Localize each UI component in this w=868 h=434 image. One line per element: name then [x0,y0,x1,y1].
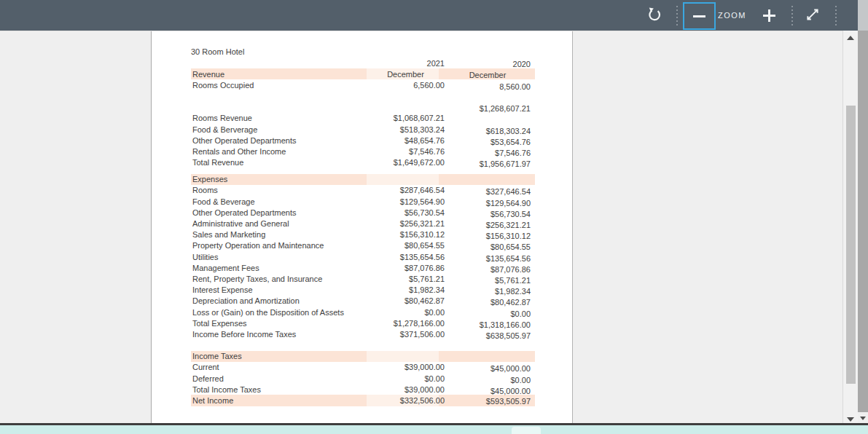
value-2020: $45,000.00 [445,364,535,373]
document-canvas: 30 Room Hotel 2021 2020 Revenue December… [0,31,842,425]
horizontal-scrollbar[interactable] [0,425,868,434]
value-2020: $618,303.24 [445,127,535,135]
vertical-scrollbar[interactable] [842,31,858,425]
row-label: Rooms [191,186,367,194]
row-label: Other Operated Departments [191,136,367,145]
minus-icon [693,15,705,17]
toolbar-separator [791,6,793,25]
value-2021: $39,000.00 [367,363,445,371]
year-2020-header: 2020 [445,60,535,68]
page-title: 30 Room Hotel [191,46,535,58]
table-row: Utilities$135,654.56$135,654.56 [191,251,535,262]
table-row: Total Revenue$1,649,672.00$1,956,671.97 [191,157,535,168]
value-2020: $0.00 [445,309,535,318]
spacer-row [191,90,535,101]
section-header-row: Income Taxes [191,351,535,362]
value-2021: $332,506.00 [367,396,445,405]
row-label: Depreciation and Amortization [191,296,367,305]
value-2021: $48,654.76 [367,136,445,145]
value-2021: $156,310.12 [367,230,445,239]
spacer-row [191,340,535,351]
table-row: Other Operated Departments$56,730.54$56,… [191,207,535,218]
row-label: Total Income Taxes [191,385,367,394]
refresh-button[interactable] [644,0,665,31]
table-row: Food & Beverage$129,564.90$129,564.90 [191,196,535,207]
value-2021: $1,649,672.00 [367,158,445,167]
value-2020: $80,654.55 [445,242,535,251]
row-label: Administrative and General [191,219,367,228]
value-2020: $87,076.86 [445,265,535,274]
table-row: Current$39,000.00$45,000.00 [191,362,535,373]
table-row: Rooms Revenue$1,068,607.21 [191,113,535,124]
report-title-text: 30 Room Hotel [191,47,244,56]
table-row: Administrative and General$256,321.21$25… [191,218,535,229]
zoom-in-button[interactable] [760,0,778,31]
value-2021: $56,730.54 [367,208,445,217]
net-income-row: Net Income$332,506.00$593,505.97 [191,395,535,406]
value-2021: $256,321.21 [367,219,445,228]
zoom-out-button[interactable] [683,2,716,30]
table-row: Depreciation and Amortization$80,462.87$… [191,296,535,307]
horizontal-scrollbar-thumb[interactable] [512,427,541,434]
table-row: Property Operation and Maintenance$80,65… [191,240,535,251]
row-label: Other Operated Departments [191,208,367,217]
row-label: Loss or (Gain) on the Disposition of Ass… [191,308,367,317]
table-row: Total Expenses$1,278,166.00$1,318,166.00 [191,317,535,328]
toolbar-separator [676,6,678,25]
value-2020: $80,462.87 [445,298,535,307]
value-2020: $1,268,607.21 [445,104,535,113]
value-2021: 6,560.00 [367,81,445,90]
value-2020: $1,318,166.00 [445,320,535,329]
value-2020: $135,654.56 [445,254,535,263]
value-2020: $0.00 [445,376,535,384]
report-page: 30 Room Hotel 2021 2020 Revenue December… [151,31,573,424]
value-2021: $518,303.24 [367,125,445,134]
value-2021: $80,462.87 [367,296,445,305]
value-2021: $0.00 [367,374,445,383]
expand-button[interactable] [803,0,822,31]
row-label: Utilities [191,253,367,261]
outer-scrollbar-thumb[interactable] [858,31,868,412]
revenue-section-header-row: Revenue December December [191,68,535,79]
value-2021: $371,506.00 [367,330,445,339]
report-viewer-window: ZOOM 30 Room Hotel 2021 2020 [0,0,868,434]
table-row: Deferred$0.00$0.00 [191,373,535,384]
row-label: Deferred [191,374,367,383]
viewer-toolbar: ZOOM [0,0,868,31]
table-row: Management Fees$87,076.86$87,076.86 [191,262,535,273]
row-label: Current [191,363,367,371]
section-label: Revenue [191,70,367,79]
table-row: Loss or (Gain) on the Disposition of Ass… [191,307,535,317]
year-header-row: 2021 2020 [191,58,535,68]
value-2021: $129,564.90 [367,197,445,206]
value-2020: $593,505.97 [445,397,535,406]
value-2021: $287,646.54 [367,186,445,194]
value-2020: $53,654.76 [445,138,535,146]
value-2020: $156,310.12 [445,232,535,240]
table-row: Total Income Taxes$39,000.00$45,000.00 [191,384,535,395]
table-body: Rooms Occupied6,560.008,560.00$1,268,607… [191,79,535,406]
table-row: Sales and Marketing$156,310.12$156,310.1… [191,229,535,240]
table-row: $1,268,607.21 [191,102,535,113]
plus-icon [763,9,775,22]
scroll-up-button[interactable] [843,32,858,44]
vertical-scrollbar-thumb[interactable] [846,106,856,384]
value-2021: $0.00 [367,308,445,317]
table-row: Rooms Occupied6,560.008,560.00 [191,79,535,90]
zoom-label: ZOOM [718,0,746,31]
table-row: Food & Berverage$518,303.24$618,303.24 [191,124,535,135]
value-2021: $1,068,607.21 [367,114,445,122]
income-statement-table: 30 Room Hotel 2021 2020 Revenue December… [191,46,535,406]
spacer-row [191,168,535,174]
row-label: Rooms Occupied [191,81,367,90]
row-label: Expenses [191,175,367,184]
value-2020: $129,564.90 [445,199,535,208]
value-2021: $135,654.56 [367,253,445,261]
row-label: Interest Expense [191,285,367,294]
value-2021: $1,982.34 [367,285,445,294]
outer-vertical-scrollbar[interactable] [858,0,868,425]
table-row: Rooms$287,646.54$327,646.54 [191,185,535,196]
row-label: Food & Beverage [191,197,367,206]
row-label: Income Taxes [191,352,367,360]
table-row: Income Before Income Taxes$371,506.00$63… [191,328,535,339]
